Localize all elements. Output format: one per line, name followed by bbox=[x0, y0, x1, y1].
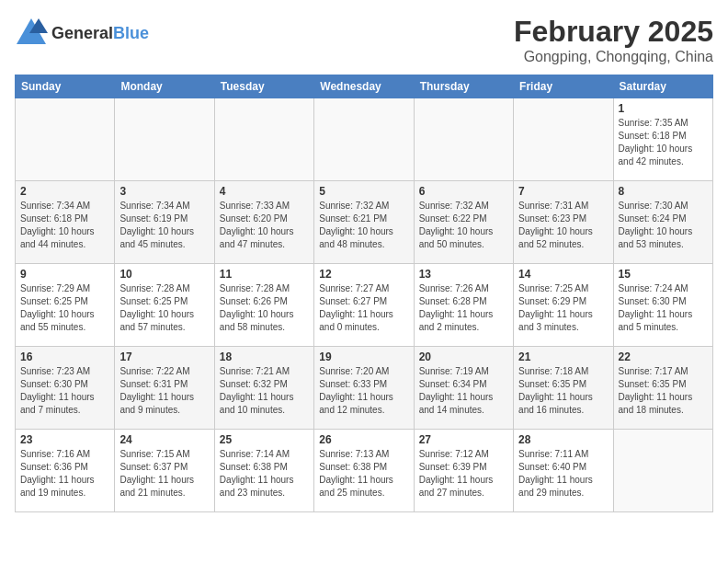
day-info: Sunrise: 7:35 AM Sunset: 6:18 PM Dayligh… bbox=[619, 117, 708, 168]
day-info: Sunrise: 7:16 AM Sunset: 6:36 PM Dayligh… bbox=[20, 448, 109, 500]
day-info: Sunrise: 7:32 AM Sunset: 6:21 PM Dayligh… bbox=[319, 200, 408, 251]
calendar-cell bbox=[115, 98, 214, 181]
calendar-cell: 22Sunrise: 7:17 AM Sunset: 6:35 PM Dayli… bbox=[613, 347, 712, 430]
day-info: Sunrise: 7:24 AM Sunset: 6:30 PM Dayligh… bbox=[619, 282, 708, 334]
day-number: 5 bbox=[319, 185, 408, 198]
calendar-cell bbox=[613, 430, 712, 512]
calendar-cell: 19Sunrise: 7:20 AM Sunset: 6:33 PM Dayli… bbox=[314, 347, 414, 430]
calendar-cell: 5Sunrise: 7:32 AM Sunset: 6:21 PM Daylig… bbox=[314, 181, 414, 264]
calendar-cell: 21Sunrise: 7:18 AM Sunset: 6:35 PM Dayli… bbox=[514, 347, 613, 430]
day-info: Sunrise: 7:18 AM Sunset: 6:35 PM Dayligh… bbox=[518, 365, 608, 417]
day-info: Sunrise: 7:32 AM Sunset: 6:22 PM Dayligh… bbox=[419, 200, 508, 251]
calendar-cell: 13Sunrise: 7:26 AM Sunset: 6:28 PM Dayli… bbox=[414, 264, 513, 347]
day-number: 21 bbox=[518, 350, 608, 363]
calendar-week-1: 1Sunrise: 7:35 AM Sunset: 6:18 PM Daylig… bbox=[16, 98, 713, 181]
month-title: February 2025 bbox=[514, 15, 713, 49]
calendar-cell: 14Sunrise: 7:25 AM Sunset: 6:29 PM Dayli… bbox=[514, 264, 613, 347]
day-number: 23 bbox=[20, 433, 109, 446]
day-number: 26 bbox=[319, 433, 408, 446]
calendar-cell: 3Sunrise: 7:34 AM Sunset: 6:19 PM Daylig… bbox=[115, 181, 214, 264]
calendar-cell: 17Sunrise: 7:22 AM Sunset: 6:31 PM Dayli… bbox=[115, 347, 214, 430]
calendar-cell: 27Sunrise: 7:12 AM Sunset: 6:39 PM Dayli… bbox=[414, 430, 513, 512]
day-number: 8 bbox=[619, 185, 708, 198]
day-number: 25 bbox=[220, 433, 309, 446]
day-number: 22 bbox=[619, 350, 708, 363]
day-number: 9 bbox=[20, 268, 109, 281]
page-header: General Blue February 2025 Gongping, Cho… bbox=[15, 15, 713, 65]
day-info: Sunrise: 7:30 AM Sunset: 6:24 PM Dayligh… bbox=[619, 200, 708, 251]
day-number: 18 bbox=[220, 350, 309, 363]
location-title: Gongping, Chongqing, China bbox=[514, 49, 713, 65]
calendar-cell: 10Sunrise: 7:28 AM Sunset: 6:25 PM Dayli… bbox=[115, 264, 214, 347]
calendar-cell bbox=[214, 98, 313, 181]
calendar-cell: 11Sunrise: 7:28 AM Sunset: 6:26 PM Dayli… bbox=[214, 264, 313, 347]
day-number: 16 bbox=[20, 350, 109, 363]
calendar-week-2: 2Sunrise: 7:34 AM Sunset: 6:18 PM Daylig… bbox=[16, 181, 713, 264]
day-number: 6 bbox=[419, 185, 508, 198]
day-info: Sunrise: 7:34 AM Sunset: 6:18 PM Dayligh… bbox=[20, 200, 109, 251]
day-info: Sunrise: 7:31 AM Sunset: 6:23 PM Dayligh… bbox=[518, 200, 608, 251]
day-number: 14 bbox=[518, 268, 608, 281]
day-number: 13 bbox=[419, 268, 508, 281]
calendar-cell: 1Sunrise: 7:35 AM Sunset: 6:18 PM Daylig… bbox=[613, 98, 712, 181]
logo-blue: Blue bbox=[113, 24, 149, 43]
day-info: Sunrise: 7:28 AM Sunset: 6:26 PM Dayligh… bbox=[220, 282, 309, 334]
day-number: 11 bbox=[220, 268, 309, 281]
day-number: 1 bbox=[619, 102, 708, 115]
day-info: Sunrise: 7:15 AM Sunset: 6:37 PM Dayligh… bbox=[119, 448, 209, 500]
calendar-cell: 20Sunrise: 7:19 AM Sunset: 6:34 PM Dayli… bbox=[414, 347, 513, 430]
day-info: Sunrise: 7:11 AM Sunset: 6:40 PM Dayligh… bbox=[518, 448, 608, 500]
day-info: Sunrise: 7:29 AM Sunset: 6:25 PM Dayligh… bbox=[20, 282, 109, 334]
day-info: Sunrise: 7:21 AM Sunset: 6:32 PM Dayligh… bbox=[220, 365, 309, 417]
calendar-cell bbox=[414, 98, 513, 181]
calendar-cell: 15Sunrise: 7:24 AM Sunset: 6:30 PM Dayli… bbox=[613, 264, 712, 347]
day-info: Sunrise: 7:13 AM Sunset: 6:38 PM Dayligh… bbox=[319, 448, 408, 500]
calendar-cell: 9Sunrise: 7:29 AM Sunset: 6:25 PM Daylig… bbox=[16, 264, 115, 347]
calendar-cell bbox=[514, 98, 613, 181]
day-number: 10 bbox=[119, 268, 209, 281]
day-number: 2 bbox=[20, 185, 109, 198]
day-info: Sunrise: 7:20 AM Sunset: 6:33 PM Dayligh… bbox=[319, 365, 408, 417]
day-number: 27 bbox=[419, 433, 508, 446]
day-info: Sunrise: 7:34 AM Sunset: 6:19 PM Dayligh… bbox=[119, 200, 209, 251]
calendar-cell bbox=[16, 98, 115, 181]
day-number: 12 bbox=[319, 268, 408, 281]
calendar-cell: 16Sunrise: 7:23 AM Sunset: 6:30 PM Dayli… bbox=[16, 347, 115, 430]
calendar-cell: 25Sunrise: 7:14 AM Sunset: 6:38 PM Dayli… bbox=[214, 430, 313, 512]
day-number: 28 bbox=[518, 433, 608, 446]
calendar-cell: 26Sunrise: 7:13 AM Sunset: 6:38 PM Dayli… bbox=[314, 430, 414, 512]
day-info: Sunrise: 7:12 AM Sunset: 6:39 PM Dayligh… bbox=[419, 448, 508, 500]
logo-icon bbox=[15, 15, 48, 48]
day-info: Sunrise: 7:28 AM Sunset: 6:25 PM Dayligh… bbox=[119, 282, 209, 334]
day-info: Sunrise: 7:22 AM Sunset: 6:31 PM Dayligh… bbox=[119, 365, 209, 417]
calendar-cell bbox=[314, 98, 414, 181]
day-number: 20 bbox=[419, 350, 508, 363]
calendar-cell: 4Sunrise: 7:33 AM Sunset: 6:20 PM Daylig… bbox=[214, 181, 313, 264]
calendar-cell: 18Sunrise: 7:21 AM Sunset: 6:32 PM Dayli… bbox=[214, 347, 313, 430]
logo: General Blue bbox=[15, 15, 149, 52]
day-number: 17 bbox=[119, 350, 209, 363]
day-info: Sunrise: 7:17 AM Sunset: 6:35 PM Dayligh… bbox=[619, 365, 708, 417]
day-info: Sunrise: 7:33 AM Sunset: 6:20 PM Dayligh… bbox=[220, 200, 309, 251]
calendar-table: SundayMondayTuesdayWednesdayThursdayFrid… bbox=[15, 75, 713, 512]
calendar-cell: 12Sunrise: 7:27 AM Sunset: 6:27 PM Dayli… bbox=[314, 264, 414, 347]
calendar-week-5: 23Sunrise: 7:16 AM Sunset: 6:36 PM Dayli… bbox=[16, 430, 713, 512]
day-info: Sunrise: 7:27 AM Sunset: 6:27 PM Dayligh… bbox=[319, 282, 408, 334]
day-number: 4 bbox=[220, 185, 309, 198]
calendar-cell: 24Sunrise: 7:15 AM Sunset: 6:37 PM Dayli… bbox=[115, 430, 214, 512]
calendar-header-sunday: Sunday bbox=[16, 75, 115, 98]
calendar-cell: 28Sunrise: 7:11 AM Sunset: 6:40 PM Dayli… bbox=[514, 430, 613, 512]
calendar-week-4: 16Sunrise: 7:23 AM Sunset: 6:30 PM Dayli… bbox=[16, 347, 713, 430]
calendar-cell: 7Sunrise: 7:31 AM Sunset: 6:23 PM Daylig… bbox=[514, 181, 613, 264]
logo-general: General bbox=[51, 24, 113, 43]
day-number: 7 bbox=[518, 185, 608, 198]
calendar-header-tuesday: Tuesday bbox=[214, 75, 313, 98]
calendar-header-monday: Monday bbox=[115, 75, 214, 98]
day-info: Sunrise: 7:19 AM Sunset: 6:34 PM Dayligh… bbox=[419, 365, 508, 417]
day-number: 19 bbox=[319, 350, 408, 363]
day-number: 24 bbox=[119, 433, 209, 446]
calendar-cell: 8Sunrise: 7:30 AM Sunset: 6:24 PM Daylig… bbox=[613, 181, 712, 264]
calendar-header-thursday: Thursday bbox=[414, 75, 513, 98]
day-info: Sunrise: 7:23 AM Sunset: 6:30 PM Dayligh… bbox=[20, 365, 109, 417]
calendar-week-3: 9Sunrise: 7:29 AM Sunset: 6:25 PM Daylig… bbox=[16, 264, 713, 347]
